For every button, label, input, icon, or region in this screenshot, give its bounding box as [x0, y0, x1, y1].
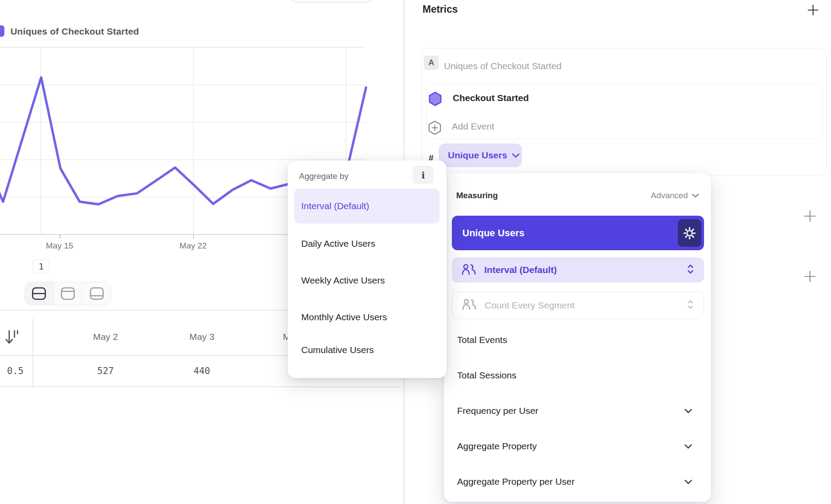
v-gridline	[40, 47, 41, 234]
chevron-down-icon	[684, 479, 693, 485]
option-label: Aggregate Property per User	[457, 476, 574, 487]
plot-top-border	[0, 47, 365, 48]
users-icon	[461, 263, 476, 277]
metric-card-title[interactable]: Uniques of Checkout Started	[444, 61, 562, 71]
event-hexagon-icon	[428, 91, 443, 108]
advanced-label: Advanced	[651, 191, 688, 200]
option-aggregate-property-per-user[interactable]: Aggregate Property per User	[457, 469, 704, 494]
option-total-events[interactable]: Total Events	[457, 328, 704, 352]
measure-type-dropdown[interactable]: Unique Users	[439, 144, 522, 167]
toolbar-pill-button[interactable]	[289, 0, 374, 3]
aggregate-option-daily-active-users[interactable]: Daily Active Users	[294, 231, 440, 256]
interval-default-selector[interactable]: Interval (Default)	[452, 257, 704, 283]
count-every-segment-label: Count Every Segment	[485, 300, 574, 311]
x-axis-tick	[60, 234, 60, 239]
unique-users-label: Unique Users	[462, 228, 525, 239]
option-label: Daily Active Users	[301, 238, 375, 249]
table-cell-may3: 440	[167, 366, 237, 376]
aggregate-by-header: Aggregate by	[299, 172, 349, 181]
add-event-label[interactable]: Add Event	[452, 121, 494, 132]
chevron-down-icon	[684, 444, 693, 449]
aggregate-option-weekly-active-users[interactable]: Weekly Active Users	[294, 268, 440, 293]
header-row-icon	[60, 287, 76, 301]
legend-series-label: Uniques of Checkout Started	[11, 26, 139, 37]
info-icon[interactable]: i	[413, 166, 433, 184]
page-number-badge[interactable]: 1	[33, 259, 49, 273]
table-row-label-clipped: 0.5	[0, 366, 24, 376]
x-axis-tick	[193, 234, 194, 239]
table-header-may2[interactable]: May 2	[70, 332, 141, 342]
add-metric-plus-icon[interactable]	[807, 4, 819, 18]
count-every-segment-selector[interactable]: Count Every Segment	[452, 291, 704, 319]
metrics-panel-title: Metrics	[423, 4, 458, 15]
users-icon	[462, 298, 477, 312]
split-rows-icon	[31, 287, 47, 301]
h-gridline	[0, 122, 365, 122]
add-section-plus-icon[interactable]	[803, 270, 817, 285]
measure-settings-button[interactable]	[678, 219, 701, 247]
option-label: Cumulative Users	[301, 345, 374, 355]
table-header-may3[interactable]: May 3	[167, 332, 237, 342]
aggregate-by-popup: Aggregate by i Interval (Default) Daily …	[288, 161, 447, 378]
interval-default-label: Interval (Default)	[484, 265, 557, 275]
option-total-sessions[interactable]: Total Sessions	[457, 363, 704, 388]
table-row-border	[0, 386, 401, 387]
aggregate-option-interval-default[interactable]: Interval (Default)	[294, 189, 440, 224]
option-label: Weekly Active Users	[301, 275, 385, 286]
unique-users-selected-button[interactable]: Unique Users	[452, 216, 704, 250]
add-section-plus-icon[interactable]	[803, 210, 817, 224]
table-column-divider	[32, 318, 33, 388]
table-cell-may2: 527	[70, 366, 141, 376]
aggregate-option-cumulative-users[interactable]: Cumulative Users	[294, 337, 440, 363]
layout-split-rows-button[interactable]	[25, 282, 53, 305]
metric-letter-badge: A	[424, 56, 439, 70]
add-event-hexagon-plus-icon[interactable]	[427, 119, 443, 137]
chevron-down-icon	[691, 193, 700, 198]
chevron-down-icon	[684, 408, 693, 414]
layout-chart-only-button[interactable]	[53, 282, 82, 305]
option-label: Aggregate Property	[457, 441, 537, 452]
option-label: Frequency per User	[457, 406, 539, 416]
measure-type-label: Unique Users	[448, 150, 507, 161]
x-axis-label: May 15	[33, 241, 86, 251]
sort-icon[interactable]	[4, 329, 21, 349]
event-name[interactable]: Checkout Started	[453, 93, 529, 103]
measuring-label: Measuring	[456, 191, 498, 200]
analytics-query-builder: Uniques of Checkout Started May 15 May 2…	[0, 0, 831, 504]
option-label: Interval (Default)	[301, 201, 369, 211]
option-aggregate-property[interactable]: Aggregate Property	[457, 434, 704, 458]
aggregate-option-monthly-active-users[interactable]: Monthly Active Users	[294, 304, 440, 330]
gear-icon	[683, 226, 697, 240]
advanced-dropdown[interactable]: Advanced	[651, 191, 700, 200]
x-axis-label: May 22	[167, 241, 219, 251]
option-frequency-per-user[interactable]: Frequency per User	[457, 399, 704, 423]
series-color-chip	[0, 25, 4, 37]
h-gridline	[0, 159, 365, 160]
h-gridline	[0, 84, 365, 85]
selector-updown-icon	[687, 299, 694, 312]
measuring-popover: Measuring Advanced Unique Users	[444, 173, 711, 502]
layout-toggle-group	[25, 282, 111, 305]
option-label: Monthly Active Users	[301, 312, 387, 322]
footer-row-icon	[89, 287, 105, 301]
v-gridline	[193, 47, 194, 234]
selector-updown-icon	[687, 263, 694, 276]
layout-table-only-button[interactable]	[82, 282, 111, 305]
chevron-down-icon	[511, 153, 520, 158]
